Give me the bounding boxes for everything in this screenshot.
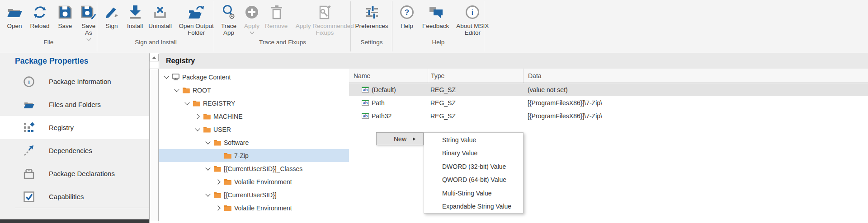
chevron-right-icon[interactable]	[194, 113, 201, 120]
tree-row-volatile-environment-2[interactable]: Volatile Environment	[159, 201, 349, 214]
sidebar-item-package-declarations[interactable]: Package Declarations	[0, 162, 149, 185]
open-button[interactable]: Open	[2, 3, 27, 29]
tree-row-7-zip[interactable]: 7-Zip	[159, 149, 349, 162]
uninstall-icon	[152, 3, 168, 21]
apply-recommended-fixups-button[interactable]: Apply Recommended Fixups	[290, 3, 359, 36]
ribbon-group-sign-install: Sign Install Uninstall	[97, 0, 214, 53]
chevron-down-icon[interactable]	[204, 191, 212, 199]
install-label: Install	[127, 23, 143, 29]
new-value-submenu: String Value Binary Value DWORD (32-bit)…	[424, 132, 524, 214]
install-button[interactable]: Install	[124, 3, 146, 29]
tree-row-root[interactable]: ROOT	[159, 84, 349, 97]
apply-button[interactable]: Apply	[241, 3, 262, 33]
context-menu-new-label: New	[394, 135, 406, 143]
chevron-down-icon[interactable]	[194, 126, 201, 133]
uninstall-button[interactable]: Uninstall	[146, 3, 175, 29]
tree-row-currentusersid-classes[interactable]: [{CurrentUserSID}]_Classes	[159, 162, 349, 175]
value-type: REG_SZ	[428, 83, 523, 96]
sign-button[interactable]: Sign	[99, 3, 124, 29]
scrollbar-up-button[interactable]	[150, 54, 159, 61]
tree-row-user[interactable]: USER	[159, 123, 349, 136]
chevron-right-icon[interactable]	[215, 204, 222, 212]
save-as-button[interactable]: Save As	[78, 3, 99, 40]
save-button[interactable]: Save	[52, 3, 78, 29]
apply-dropdown-chevron-icon[interactable]	[250, 30, 254, 34]
sidebar-divider	[15, 208, 149, 208]
sidebar-item-dependencies[interactable]: Dependencies	[0, 139, 149, 162]
sidebar-item-files-and-folders[interactable]: Files and Folders	[0, 93, 149, 116]
remove-button[interactable]: Remove	[262, 3, 290, 29]
open-output-folder-button[interactable]: Open Output Folder	[175, 3, 218, 36]
help-button[interactable]: ? Help	[394, 3, 420, 29]
sidebar-item-label: Dependencies	[49, 147, 92, 154]
trace-app-magnifier-icon	[221, 3, 237, 21]
open-folder-icon	[6, 3, 23, 21]
table-row-path[interactable]: ab Path REG_SZ [{ProgramFilesX86}]\7-Zip…	[349, 96, 868, 109]
scroll-up-arrow-icon	[152, 56, 156, 59]
fixups-wrench-star-icon	[316, 3, 333, 21]
save-label: Save	[55, 23, 75, 29]
ribbon-toolbar: Open Reload Save	[0, 0, 868, 53]
tree-row-package-content[interactable]: Package Content	[159, 70, 349, 84]
chevron-down-icon[interactable]	[173, 87, 180, 94]
package-declarations-gift-icon	[23, 167, 35, 180]
menu-item-string-value[interactable]: String Value	[424, 133, 523, 147]
ribbon-group-trace-fixups-items: Trace App Apply Remove	[214, 0, 351, 38]
dependencies-arrow-icon	[23, 144, 35, 157]
package-information-info-icon: i	[23, 75, 35, 88]
chevron-down-icon[interactable]	[184, 100, 191, 107]
value-data: (value not set)	[523, 83, 868, 96]
context-menu-new[interactable]: New	[376, 132, 424, 145]
tree-label: Volatile Environment	[234, 204, 292, 212]
feedback-button[interactable]: Feedback	[420, 3, 452, 29]
sidebar-item-label: Registry	[49, 124, 74, 131]
preferences-button[interactable]: Preferences	[353, 3, 391, 29]
save-icon	[57, 3, 73, 21]
tree-row-volatile-environment-1[interactable]: Volatile Environment	[159, 175, 349, 188]
menu-item-expandable-string-value[interactable]: Expandable String Value	[424, 200, 523, 214]
sidebar-scrollbar[interactable]	[149, 53, 159, 223]
column-header-data[interactable]: Data	[523, 69, 868, 83]
about-info-icon: i	[465, 3, 480, 21]
chevron-right-icon[interactable]	[215, 178, 222, 186]
ribbon-group-settings-items: Preferences	[351, 0, 392, 38]
column-header-type[interactable]: Type	[428, 69, 523, 83]
sidebar-item-package-information[interactable]: i Package Information	[0, 70, 149, 93]
menu-item-binary-value[interactable]: Binary Value	[424, 147, 523, 160]
sidebar-item-capabilities[interactable]: Capabilities	[0, 185, 149, 208]
about-msix-editor-button[interactable]: i About MSIX Editor	[452, 3, 493, 36]
menu-item-dword-value[interactable]: DWORD (32-bit) Value	[424, 160, 523, 173]
scrollbar-thumb[interactable]	[150, 69, 159, 221]
sidebar-item-registry[interactable]: Registry	[0, 116, 149, 139]
sidebar-item-label: Files and Folders	[49, 101, 101, 108]
tree-row-machine[interactable]: MACHINE	[159, 110, 349, 123]
tree-label: Software	[224, 139, 249, 146]
chevron-down-icon[interactable]	[204, 165, 212, 172]
apply-label: Apply	[244, 23, 259, 29]
ribbon-group-help-items: ? Help Feedback i About MSIX Editor	[392, 0, 484, 38]
sidebar-package-properties: Package Properties i Package Information…	[0, 53, 149, 220]
menu-item-qword-value[interactable]: QWORD (64-bit) Value	[424, 173, 523, 187]
table-row-default[interactable]: ab (Default) REG_SZ (value not set)	[349, 83, 868, 96]
tree-row-currentusersid[interactable]: [{CurrentUserSID}]	[159, 188, 349, 201]
table-header-row: Name Type Data	[349, 69, 868, 83]
chevron-down-icon[interactable]	[163, 74, 170, 81]
help-label: Help	[397, 23, 417, 29]
folder-icon	[182, 87, 190, 93]
group-label-sign-install: Sign and Install	[97, 39, 214, 46]
reload-button[interactable]: Reload	[27, 3, 52, 29]
tree-row-software[interactable]: Software	[159, 136, 349, 149]
ribbon-group-help: ? Help Feedback i About MSIX Editor	[392, 0, 484, 53]
sidebar-item-label: Package Declarations	[49, 170, 115, 177]
trace-app-button[interactable]: Trace App	[216, 3, 241, 36]
sidebar-items: i Package Information Files and Folders …	[0, 70, 149, 208]
chevron-down-icon[interactable]	[204, 139, 212, 146]
tree-row-registry[interactable]: REGISTRY	[159, 97, 349, 110]
column-header-name[interactable]: Name	[349, 69, 428, 83]
tree-label: MACHINE	[213, 113, 243, 120]
sign-pencil-icon	[104, 3, 120, 21]
table-row-path32[interactable]: ab Path32 REG_SZ [{ProgramFilesX86}]\7-Z…	[349, 109, 868, 122]
menu-item-multi-string-value[interactable]: Multi-String Value	[424, 186, 523, 200]
value-type: REG_SZ	[428, 96, 523, 109]
svg-text:i: i	[472, 9, 473, 16]
